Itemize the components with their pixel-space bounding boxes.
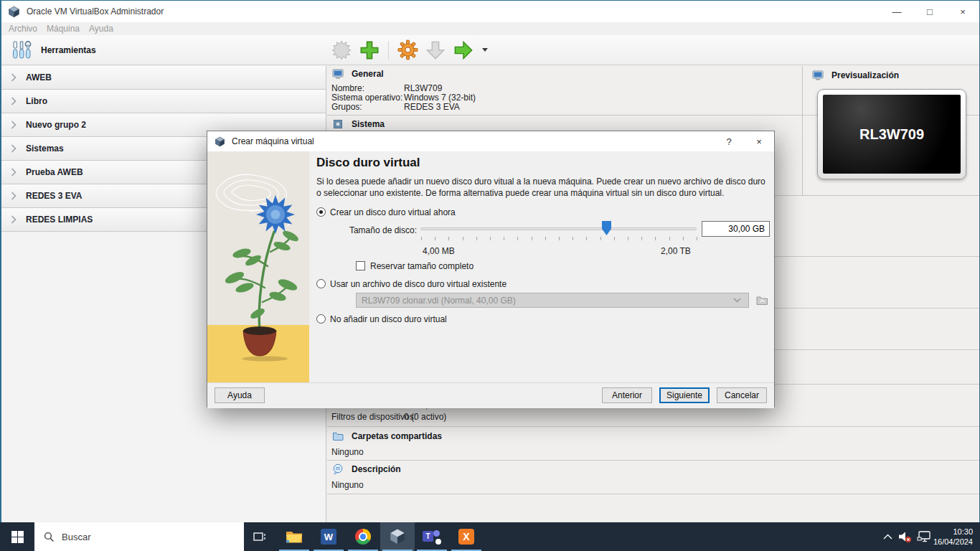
help-button[interactable]: Ayuda — [215, 387, 265, 403]
full-size-checkbox[interactable] — [356, 261, 365, 270]
window-title: Oracle VM VirtualBox Administrador — [27, 6, 164, 17]
teams-icon: T — [423, 529, 441, 545]
menu-ayuda[interactable]: Ayuda — [88, 24, 121, 34]
section-general[interactable]: General — [332, 68, 384, 80]
taskbar-teams[interactable]: T — [415, 522, 449, 551]
chevron-right-icon — [11, 121, 17, 129]
start-vm-button[interactable] — [453, 39, 474, 61]
section-sistema[interactable]: Sistema — [332, 118, 385, 130]
dialog-close-button[interactable]: × — [744, 131, 774, 151]
menu-maquina[interactable]: Máquina — [45, 24, 88, 34]
cancel-button[interactable]: Cancelar — [717, 387, 767, 403]
teams-status-dot — [435, 539, 441, 545]
slider-min-label: 4,00 MB — [423, 246, 455, 256]
radio-no-disk[interactable] — [316, 314, 326, 324]
radio-no-disk-label: No añadir un disco duro virtual — [330, 314, 447, 324]
discard-icon — [425, 40, 446, 60]
taskbar-xampp[interactable]: X — [449, 522, 484, 551]
row-value: RL3W709 — [404, 83, 442, 93]
clock-date: 16/04/2024 — [933, 537, 973, 547]
taskbar-search[interactable] — [34, 522, 244, 551]
taskbar-file-explorer[interactable] — [277, 522, 311, 551]
disk-size-input[interactable] — [702, 221, 770, 237]
tray-chevron-up[interactable] — [880, 522, 895, 551]
row-value: Windows 7 (32-bit) — [404, 93, 476, 103]
back-button[interactable]: Anterior — [602, 387, 652, 403]
settings-gear-icon — [397, 39, 418, 60]
vm-preview-monitor: RL3W709 — [817, 89, 966, 179]
chrome-icon — [355, 529, 371, 545]
search-input[interactable] — [34, 522, 244, 551]
vm-preview-screen: RL3W709 — [823, 95, 961, 174]
virtualbox-icon — [389, 528, 406, 545]
start-button[interactable] — [0, 522, 34, 551]
clock-time: 10:30 — [953, 527, 973, 537]
desktop-screen: Oracle VM VirtualBox Administrador — □ ×… — [0, 0, 980, 551]
chevron-right-icon — [11, 144, 17, 153]
taskbar-word[interactable]: W — [311, 522, 346, 551]
next-button[interactable]: Siguiente — [659, 387, 710, 403]
disk-size-slider-handle[interactable] — [602, 221, 611, 235]
section-title: Descripción — [352, 464, 401, 474]
taskbar-chrome[interactable] — [346, 522, 380, 551]
group-label: Nuevo grupo 2 — [26, 120, 86, 130]
group-label: REDES LIMPIAS — [26, 215, 93, 225]
monitor-icon — [812, 70, 824, 81]
chevron-right-icon — [11, 215, 17, 224]
search-icon — [44, 532, 55, 542]
toolbar-strip: Herramientas — [1, 35, 979, 65]
group-label: Libro — [26, 96, 47, 106]
dialog-help-button[interactable]: ? — [714, 131, 744, 151]
radio-use-existing-label: Usar un archivo de disco duro virtual ex… — [330, 279, 507, 289]
section-descripcion[interactable]: Descripción — [332, 463, 401, 475]
choose-disk-file-button[interactable] — [755, 293, 770, 308]
teams-person-icon — [433, 530, 440, 537]
dialog-title: Crear máquina virtual — [232, 136, 314, 146]
window-titlebar: Oracle VM VirtualBox Administrador — □ × — [1, 1, 979, 22]
section-divider — [327, 494, 979, 494]
menubar: Archivo Máquina Ayuda — [1, 22, 979, 35]
task-view-button[interactable] — [245, 522, 274, 551]
start-arrow-icon — [453, 40, 473, 60]
dialog-titlebar: Crear máquina virtual ? × — [207, 131, 774, 151]
windows-logo-icon — [11, 531, 24, 543]
radio-use-existing-disk[interactable] — [316, 279, 326, 288]
minimize-button[interactable]: — — [880, 1, 913, 22]
preview-panel: Previsualización RL3W709 — [802, 66, 979, 196]
taskbar-virtualbox[interactable] — [380, 522, 415, 551]
section-title: Sistema — [352, 119, 385, 129]
taskbar-clock[interactable]: 10:30 16/04/2024 — [929, 522, 977, 551]
add-vm-button[interactable] — [359, 39, 380, 61]
section-preview[interactable]: Previsualización — [812, 70, 899, 81]
virtualbox-logo-icon — [8, 6, 20, 18]
existing-disk-combobox[interactable]: RL3W709 clonar.vdi (Normal, 40,00 GB) — [356, 293, 749, 308]
radio-create-disk[interactable] — [316, 207, 326, 217]
group-label: REDES 3 EVA — [26, 191, 82, 201]
descripcion-value: Ninguno — [331, 480, 364, 490]
new-vm-button[interactable] — [331, 39, 352, 61]
section-carpetas[interactable]: Carpetas compartidas — [332, 430, 442, 442]
settings-button[interactable] — [397, 39, 418, 61]
discard-button[interactable] — [425, 39, 446, 61]
speaker-muted-icon — [898, 531, 912, 543]
general-row-so: Sistema operativo: Windows 7 (32-bit) — [331, 93, 402, 103]
chevron-up-icon — [883, 534, 892, 540]
menu-archivo[interactable]: Archivo — [7, 24, 45, 34]
vm-toolbar — [326, 35, 979, 65]
toolbar-separator — [388, 41, 389, 60]
chevron-down-icon — [733, 298, 741, 303]
close-button[interactable]: × — [946, 1, 979, 22]
tools-label: Herramientas — [41, 45, 96, 55]
sidebar-group-aweb[interactable]: AWEB — [1, 66, 326, 90]
disk-size-label: Tamaño de disco: — [344, 225, 417, 235]
disk-size-slider-track[interactable] — [420, 227, 697, 230]
slider-max-label: 2,00 TB — [661, 246, 691, 256]
tools-header[interactable]: Herramientas — [1, 35, 326, 65]
sidebar-group-libro[interactable]: Libro — [1, 90, 326, 113]
tray-volume[interactable] — [895, 522, 914, 551]
maximize-button[interactable]: □ — [913, 1, 946, 22]
start-dropdown-caret[interactable] — [482, 48, 488, 52]
wizard-step-heading: Disco duro virtual — [316, 156, 420, 170]
comment-icon — [332, 463, 344, 475]
folder-pick-icon — [756, 295, 768, 306]
